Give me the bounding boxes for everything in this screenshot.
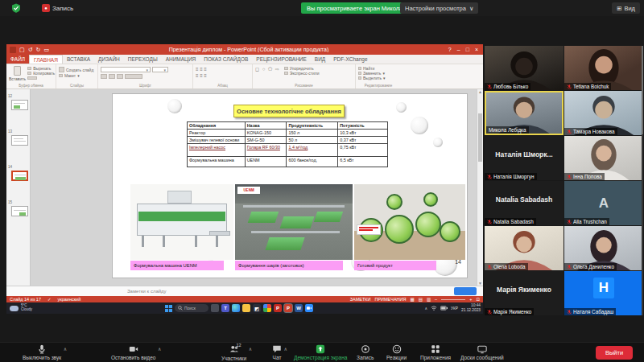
- close-icon[interactable]: ×: [475, 47, 478, 52]
- save-icon[interactable]: ▢: [19, 47, 25, 53]
- leave-button[interactable]: Выйти: [596, 346, 633, 360]
- undo-icon[interactable]: ↺: [28, 47, 33, 53]
- layout-button[interactable]: Макет ▾: [59, 73, 95, 78]
- participant-tile[interactable]: Olena Loboda: [485, 226, 564, 270]
- view-options-button[interactable]: Настройки просмотра ∨: [400, 2, 478, 14]
- teams-icon[interactable]: T: [221, 304, 229, 312]
- participant-tile[interactable]: Natalia Sabadash Natalia Sabadash: [485, 181, 564, 225]
- whiteboards-button[interactable]: Доски сообщений: [460, 344, 504, 360]
- powerpoint-icon[interactable]: P: [284, 304, 292, 312]
- view-button[interactable]: ⊞ Вид: [612, 2, 640, 14]
- tab-design[interactable]: ДИЗАЙН: [94, 55, 124, 64]
- edge-icon[interactable]: [232, 304, 240, 312]
- tab-file[interactable]: ФАЙЛ: [6, 55, 29, 64]
- format-painter-button[interactable]: [27, 76, 55, 80]
- help-icon[interactable]: ?: [448, 47, 452, 52]
- font-name-select[interactable]: ▾: [101, 67, 151, 72]
- language-switcher[interactable]: УКР: [451, 306, 458, 311]
- paste-button[interactable]: Вставить: [9, 66, 26, 81]
- recording-indicator[interactable]: ● Запись: [42, 3, 73, 13]
- pdf-icon[interactable]: P: [274, 304, 282, 312]
- redo-icon[interactable]: ↻: [36, 47, 41, 53]
- scroll-up-icon[interactable]: ▲: [478, 89, 482, 94]
- panel-scrollbar[interactable]: [642, 46, 643, 315]
- tab-pdf-xchange[interactable]: PDF-XChange: [329, 55, 371, 64]
- zoom-in-icon[interactable]: +: [469, 297, 472, 302]
- restore-icon[interactable]: □: [466, 47, 469, 52]
- participant-tile[interactable]: A Alla Trushchan: [564, 181, 643, 225]
- participant-tile[interactable]: Tetiana Boichuk: [564, 46, 643, 90]
- bold-button[interactable]: [101, 74, 107, 79]
- participant-tile[interactable]: Н Наталя Сабадаш: [564, 271, 643, 315]
- thumbnail-slide-12[interactable]: 12: [8, 94, 29, 126]
- file-explorer-icon[interactable]: [211, 304, 219, 312]
- thumbnail-slide-14[interactable]: 14: [8, 165, 29, 197]
- word-icon[interactable]: W: [295, 304, 303, 312]
- apps-button[interactable]: Приложения: [420, 344, 451, 360]
- slide-thumbnail-panel[interactable]: 12 13 14 15: [6, 89, 31, 286]
- tab-insert[interactable]: ВСТАВКА: [63, 55, 94, 64]
- shapes-gallery[interactable]: ◻ ○ ⬠ ⇨: [255, 66, 280, 72]
- chevron-up-icon[interactable]: ∧: [249, 346, 252, 352]
- font-size-select[interactable]: ▾: [152, 67, 168, 72]
- participants-button[interactable]: 12 Участники ∧: [221, 344, 246, 361]
- view-reading-icon[interactable]: ▥: [427, 297, 431, 302]
- start-slideshow-icon[interactable]: ▭: [43, 47, 49, 53]
- comments-toggle[interactable]: ПРИМЕЧАНИЯ: [374, 297, 406, 302]
- participant-tile[interactable]: Любовь Білько: [485, 46, 564, 90]
- participant-tile[interactable]: Інна Попова: [564, 136, 643, 180]
- slide-canvas[interactable]: Основне технологічне обладнання Обладнан…: [113, 94, 467, 278]
- thumbnail-slide-15[interactable]: 15: [8, 200, 29, 232]
- mute-button[interactable]: Выключить звук ∧: [23, 344, 61, 360]
- participant-tile[interactable]: Ольга Даниленко: [564, 226, 643, 270]
- font-color-button[interactable]: [125, 74, 142, 79]
- share-screen-button[interactable]: Демонстрация экрана: [294, 344, 347, 360]
- taskbar-clock[interactable]: 10:4421.12.2023: [461, 303, 481, 312]
- chevron-up-icon[interactable]: ∧: [158, 346, 161, 352]
- thumbnail-slide-13[interactable]: 13: [8, 130, 29, 162]
- tab-view[interactable]: ВИД: [311, 55, 329, 64]
- minimize-icon[interactable]: –: [457, 47, 460, 52]
- tab-animations[interactable]: АНИМАЦИЯ: [162, 55, 200, 64]
- weather-widget[interactable]: 5°CCloudy: [6, 304, 32, 312]
- security-shield-icon[interactable]: [11, 3, 21, 13]
- participant-tile-active-speaker[interactable]: Микола Лебідка: [485, 91, 564, 135]
- photos-icon[interactable]: ◩: [253, 304, 261, 312]
- quick-styles-button[interactable]: Экспресс-стили: [284, 71, 320, 76]
- align-buttons-row2[interactable]: ≡ ≡ ≡: [196, 72, 250, 79]
- select-button[interactable]: Выделить▾: [358, 76, 398, 80]
- underline-button[interactable]: [117, 74, 123, 79]
- tray-expand-icon[interactable]: ∧: [424, 306, 427, 311]
- search-box[interactable]: Поиск: [175, 304, 208, 312]
- tab-transitions[interactable]: ПЕРЕХОДЫ: [124, 55, 162, 64]
- zoom-out-icon[interactable]: –: [435, 297, 437, 302]
- chrome-icon[interactable]: [263, 304, 271, 312]
- tab-home[interactable]: ГЛАВНАЯ: [29, 55, 63, 64]
- tab-slideshow[interactable]: ПОКАЗ СЛАЙДОВ: [200, 55, 252, 64]
- view-sorter-icon[interactable]: ▤: [419, 297, 423, 302]
- slide-scrollbar[interactable]: ▲ ▼: [477, 89, 483, 286]
- view-normal-icon[interactable]: ▦: [411, 297, 415, 302]
- language-indicator[interactable]: украинский: [58, 297, 81, 302]
- stop-video-button[interactable]: Остановить видео ∧: [111, 344, 155, 360]
- start-button[interactable]: [164, 304, 172, 312]
- chat-button[interactable]: Чат ∧: [272, 344, 282, 360]
- system-tray[interactable]: ∧ УКР 10:4421.12.2023: [424, 302, 481, 314]
- italic-button[interactable]: [109, 74, 115, 79]
- spellcheck-icon[interactable]: ✓: [47, 297, 52, 302]
- record-button[interactable]: Запись: [357, 344, 374, 360]
- zoom-app-icon[interactable]: [305, 304, 313, 312]
- chevron-up-icon[interactable]: ∧: [64, 346, 67, 352]
- notes-toggle[interactable]: ЗАМЕТКИ: [350, 297, 371, 302]
- reactions-button[interactable]: Реакции: [386, 344, 407, 360]
- tab-review[interactable]: РЕЦЕНЗИРОВАНИЕ: [252, 55, 311, 64]
- align-buttons-row1[interactable]: ≡ ≡ ≡: [196, 66, 250, 72]
- new-slide-button[interactable]: Создать слайд: [59, 66, 95, 73]
- folder-icon[interactable]: [242, 304, 250, 312]
- participant-tile[interactable]: Тамара Новакова: [564, 91, 643, 135]
- chevron-up-icon[interactable]: ∧: [284, 346, 287, 352]
- quick-access-toolbar[interactable]: ▢ ↺ ↻ ▭: [6, 47, 49, 53]
- notes-pane[interactable]: Заметки к слайду: [6, 286, 483, 296]
- participant-tile[interactable]: Марія Якименко Марія Якименко: [485, 271, 564, 315]
- fit-slide-icon[interactable]: ⊡: [476, 297, 480, 302]
